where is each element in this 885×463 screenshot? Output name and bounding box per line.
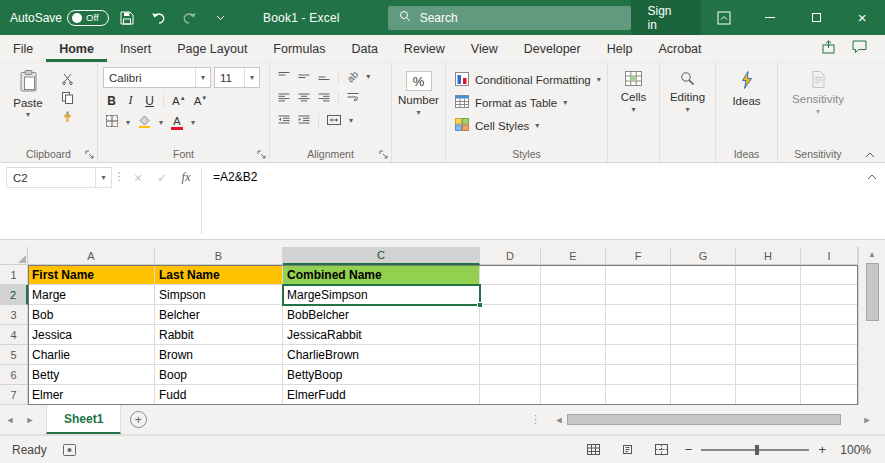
column-header-g[interactable]: G [671,247,736,265]
tab-view[interactable]: View [458,35,511,62]
horizontal-scroll-thumb[interactable] [567,414,841,425]
sheet-tab-sheet1[interactable]: Sheet1 [46,405,121,434]
tab-help[interactable]: Help [594,35,646,62]
vertical-scrollbar[interactable]: ▲ [858,247,885,405]
cell[interactable] [801,385,858,405]
fill-handle[interactable] [477,302,483,308]
cell-a3[interactable]: Bob [28,305,155,325]
cell[interactable] [671,305,736,325]
cell[interactable] [801,345,858,365]
font-size-combo[interactable]: 11 ▾ [214,67,260,88]
column-header-e[interactable]: E [541,247,606,265]
ribbon-display-options-icon[interactable] [701,0,747,35]
cell[interactable] [671,365,736,385]
cell[interactable] [541,305,606,325]
cell[interactable] [480,325,541,345]
cell[interactable] [671,325,736,345]
column-header-a[interactable]: A [28,247,155,265]
cell[interactable] [541,385,606,405]
cell-a1[interactable]: First Name [28,265,155,285]
scroll-left-icon[interactable]: ◄ [551,415,567,425]
number-format-button[interactable]: % Number ▾ [397,67,440,145]
wrap-text-icon[interactable] [347,92,359,106]
align-top-icon[interactable] [278,70,290,84]
format-painter-icon[interactable] [59,110,75,123]
font-color-icon[interactable]: A [171,116,183,130]
tab-acrobat[interactable]: Acrobat [645,35,714,62]
page-break-view-icon[interactable] [651,440,673,460]
row-header-1[interactable]: 1 [0,265,28,285]
cell[interactable] [541,365,606,385]
merge-center-icon[interactable] [327,114,341,128]
column-header-b[interactable]: B [155,247,283,265]
underline-button[interactable]: U [144,94,155,108]
cell[interactable] [541,345,606,365]
cell[interactable] [606,325,671,345]
chevron-down-icon[interactable]: ▾ [95,168,111,187]
row-header-3[interactable]: 3 [0,305,28,325]
cell-a7[interactable]: Elmer [28,385,155,405]
cell[interactable] [801,265,858,285]
macro-record-icon[interactable] [63,444,76,456]
redo-icon[interactable] [176,5,202,31]
cell[interactable] [671,345,736,365]
cell[interactable] [606,365,671,385]
cell-c1[interactable]: Combined Name [283,265,480,285]
align-center-icon[interactable] [298,92,310,106]
formula-bar-resize-handle[interactable]: ⋮ [112,167,126,183]
cell-b6[interactable]: Boop [155,365,283,385]
name-box[interactable]: C2 ▾ [6,167,112,188]
share-icon[interactable] [821,40,836,57]
insert-function-icon[interactable]: fx [174,167,198,188]
row-header-2[interactable]: 2 [0,285,28,305]
scroll-right-icon[interactable]: ► [859,415,875,425]
align-right-icon[interactable] [318,92,330,106]
cell[interactable] [606,285,671,305]
sheet-nav-left-icon[interactable]: ◄ [0,405,20,434]
cell[interactable] [606,385,671,405]
cell-a2[interactable]: Marge [28,285,155,305]
cell-b5[interactable]: Brown [155,345,283,365]
align-middle-icon[interactable] [298,70,310,84]
alignment-dialog-launcher-icon[interactable] [379,150,388,159]
cell-c7[interactable]: ElmerFudd [283,385,480,405]
row-header-6[interactable]: 6 [0,365,28,385]
page-layout-view-icon[interactable] [617,440,639,460]
formula-input[interactable]: =A2&B2 [205,167,859,187]
tab-splitter-handle[interactable]: ⋮ [530,413,541,426]
close-button[interactable]: × [839,0,885,35]
cell-c4[interactable]: JessicaRabbit [283,325,480,345]
column-header-i[interactable]: I [801,247,858,265]
scroll-up-icon[interactable]: ▲ [868,250,876,260]
row-header-5[interactable]: 5 [0,345,28,365]
cell-styles-button[interactable]: Cell Styles ▾ [451,115,602,136]
format-as-table-button[interactable]: Format as Table ▾ [451,92,602,113]
cell-b1[interactable]: Last Name [155,265,283,285]
cell-b2[interactable]: Simpson [155,285,283,305]
cell[interactable] [736,345,801,365]
cell[interactable] [736,325,801,345]
select-all-corner[interactable] [0,247,28,265]
bold-button[interactable]: B [106,94,117,108]
copy-icon[interactable] [59,91,75,104]
quick-access-toolbar-icon[interactable] [207,5,233,31]
cell[interactable] [736,365,801,385]
zoom-slider[interactable] [701,449,809,451]
autosave-toggle[interactable]: Off [67,10,109,26]
cell[interactable] [801,325,858,345]
cut-icon[interactable] [59,72,75,85]
cell[interactable] [671,265,736,285]
vertical-scroll-thumb[interactable] [866,263,879,321]
zoom-slider-thumb[interactable] [755,445,759,455]
zoom-out-icon[interactable]: − [685,442,693,457]
conditional-formatting-button[interactable]: Conditional Formatting ▾ [451,69,602,90]
maximize-button[interactable] [793,0,839,35]
cell[interactable] [541,285,606,305]
search-box[interactable]: Search [388,6,631,30]
orientation-icon[interactable]: ab [345,69,361,85]
cell[interactable] [671,285,736,305]
cell[interactable] [801,305,858,325]
cancel-icon[interactable]: × [126,167,150,188]
align-left-icon[interactable] [278,92,290,106]
horizontal-scrollbar[interactable] [567,413,859,426]
